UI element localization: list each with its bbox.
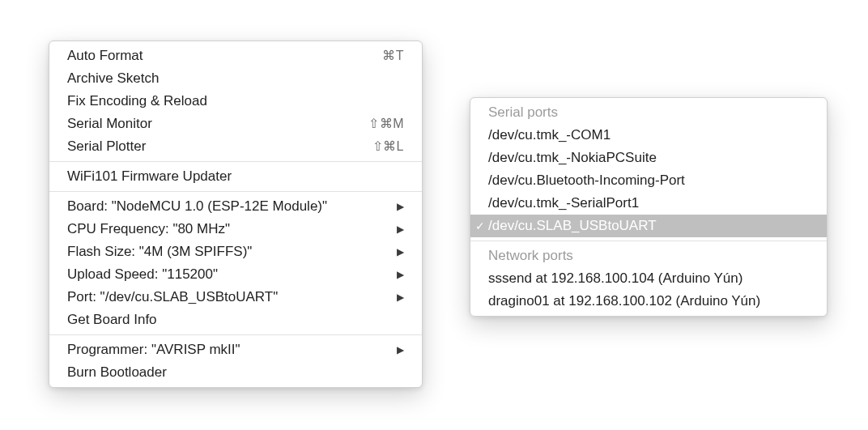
menu-item[interactable]: Archive Sketch [49,67,422,90]
menu-item[interactable]: dragino01 at 192.168.100.102 (Arduino Yú… [470,290,827,313]
menu-item-label: Serial Monitor [67,115,359,133]
menu-separator [49,161,422,162]
menu-item[interactable]: ✓/dev/cu.SLAB_USBtoUART [470,215,827,237]
menu-item[interactable]: Flash Size: "4M (3M SPIFFS)"▶ [49,241,422,263]
submenu-arrow-icon: ▶ [387,243,404,261]
menu-item-label: sssend at 192.168.100.104 (Arduino Yún) [488,270,809,287]
menu-item-label: Flash Size: "4M (3M SPIFFS)" [67,243,387,261]
menu-item-label: Programmer: "AVRISP mkII" [67,341,387,359]
submenu-arrow-icon: ▶ [387,198,404,215]
menu-item[interactable]: Programmer: "AVRISP mkII"▶ [49,338,422,361]
menu-item-shortcut: ⇧⌘M [359,115,404,133]
menu-separator [49,334,422,335]
menu-item-label: Upload Speed: "115200" [67,266,387,283]
checkmark-icon: ✓ [474,217,487,235]
menu-item-label: /dev/cu.tmk_-NokiaPCSuite [488,149,809,167]
menu-item[interactable]: Burn Bootloader [49,361,422,384]
menu-item-label: dragino01 at 192.168.100.102 (Arduino Yú… [488,292,809,310]
menu-separator [49,191,422,192]
menu-item-label: WiFi101 Firmware Updater [67,168,404,185]
menu-section-header-label: Network ports [488,247,809,265]
menu-section-header-label: Serial ports [488,104,809,121]
menu-item-label: Port: "/dev/cu.SLAB_USBtoUART" [67,288,387,306]
menu-item[interactable]: Serial Plotter⇧⌘L [49,135,422,158]
menu-item[interactable]: /dev/cu.tmk_-SerialPort1 [470,192,827,215]
menu-item-label: Archive Sketch [67,70,404,87]
menu-item[interactable]: /dev/cu.Bluetooth-Incoming-Port [470,169,827,192]
submenu-arrow-icon: ▶ [387,288,404,306]
menu-section-header: Serial ports [470,101,827,124]
menu-item[interactable]: Auto Format⌘T [49,45,422,67]
menu-item-label: /dev/cu.Bluetooth-Incoming-Port [488,172,809,189]
menu-item-label: Burn Bootloader [67,364,404,381]
menu-item[interactable]: Fix Encoding & Reload [49,90,422,113]
menu-item[interactable]: Upload Speed: "115200"▶ [49,263,422,286]
menu-item-label: Board: "NodeMCU 1.0 (ESP-12E Module)" [67,198,387,215]
menu-item-label: /dev/cu.tmk_-COM1 [488,126,809,144]
menu-item[interactable]: /dev/cu.tmk_-COM1 [470,124,827,147]
menu-item-label: /dev/cu.tmk_-SerialPort1 [488,194,809,212]
menu-item[interactable]: WiFi101 Firmware Updater [49,165,422,188]
submenu-arrow-icon: ▶ [387,341,404,359]
menu-item[interactable]: Port: "/dev/cu.SLAB_USBtoUART"▶ [49,286,422,309]
submenu-arrow-icon: ▶ [387,266,404,283]
menu-item-label: Get Board Info [67,311,404,329]
menu-item[interactable]: Get Board Info [49,309,422,331]
submenu-arrow-icon: ▶ [387,220,404,238]
menu-item-shortcut: ⌘T [372,47,404,65]
menu-item[interactable]: Board: "NodeMCU 1.0 (ESP-12E Module)"▶ [49,195,422,218]
tools-menu[interactable]: Auto Format⌘TArchive SketchFix Encoding … [49,40,423,388]
menu-item-label: Fix Encoding & Reload [67,92,404,110]
menu-item[interactable]: sssend at 192.168.100.104 (Arduino Yún) [470,267,827,290]
menu-item-label: /dev/cu.SLAB_USBtoUART [488,217,809,235]
menu-item-shortcut: ⇧⌘L [363,138,404,155]
menu-item[interactable]: Serial Monitor⇧⌘M [49,113,422,135]
menu-item[interactable]: CPU Frequency: "80 MHz"▶ [49,218,422,241]
port-submenu[interactable]: Serial ports/dev/cu.tmk_-COM1/dev/cu.tmk… [470,97,828,317]
menu-item[interactable]: /dev/cu.tmk_-NokiaPCSuite [470,147,827,169]
menu-separator [470,241,827,241]
menu-section-header: Network ports [470,245,827,267]
menu-item-label: CPU Frequency: "80 MHz" [67,220,387,238]
menu-item-label: Auto Format [67,47,372,65]
menu-item-label: Serial Plotter [67,138,363,155]
